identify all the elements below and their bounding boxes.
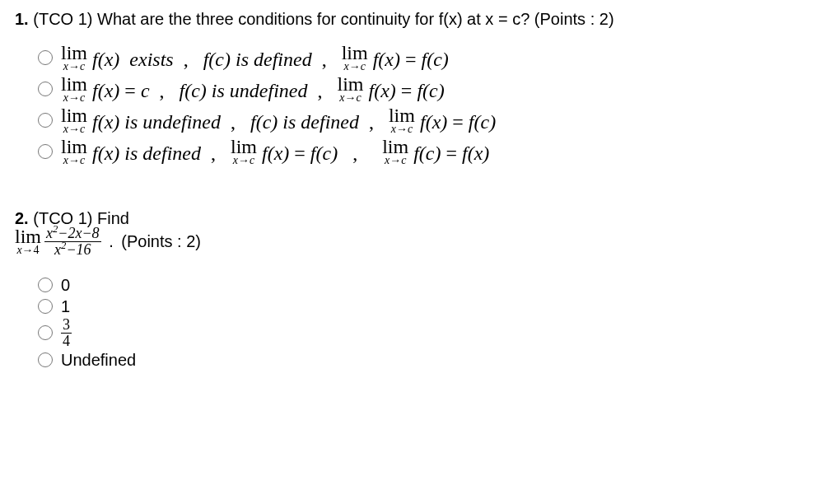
q2-option-d[interactable]: Undefined xyxy=(38,349,820,371)
radio-input[interactable] xyxy=(38,299,53,314)
radio-input[interactable] xyxy=(38,352,53,367)
q2-number: 2. xyxy=(15,209,29,227)
radio-input[interactable] xyxy=(38,50,53,65)
q2-expression: limx→4 x2−2x−8 x2−16 . (Points : 2) xyxy=(15,226,820,258)
option-math: limx→c f(x) = c , f(c) is undefined , li… xyxy=(61,74,445,104)
q2-options: 0 1 3 4 Undefined xyxy=(15,274,820,371)
q1-tag: (TCO 1) xyxy=(33,10,92,28)
option-math: limx→c f(x) is undefined , f(c) is defin… xyxy=(61,105,496,135)
option-label: 1 xyxy=(61,296,70,317)
option-math: limx→c f(x) is defined , limx→c f(x) = f… xyxy=(61,137,489,166)
q2-find: Find xyxy=(97,209,129,227)
q1-prompt: 1. (TCO 1) What are the three conditions… xyxy=(15,8,820,30)
radio-input[interactable] xyxy=(38,113,53,128)
q1-prompt-text: What are the three conditions for contin… xyxy=(97,10,529,28)
q1-points: (Points : 2) xyxy=(534,10,614,28)
q2-points: (Points : 2) xyxy=(121,231,201,252)
question-2: 2. (TCO 1) Find limx→4 x2−2x−8 x2−16 . (… xyxy=(15,208,820,371)
q1-number: 1. xyxy=(15,10,29,28)
option-label: Undefined xyxy=(61,349,136,371)
q1-option-c[interactable]: limx→c f(x) is undefined , f(c) is defin… xyxy=(38,105,820,135)
q2-option-a[interactable]: 0 xyxy=(38,274,820,296)
question-1: 1. (TCO 1) What are the three conditions… xyxy=(15,8,820,166)
q2-option-b[interactable]: 1 xyxy=(38,296,820,317)
q1-option-a[interactable]: limx→c f(x) exists , f(c) is defined , l… xyxy=(38,43,820,72)
radio-input[interactable] xyxy=(38,325,53,340)
option-fraction: 3 4 xyxy=(61,317,72,349)
q2-dot: . xyxy=(105,231,119,252)
radio-input[interactable] xyxy=(38,144,53,159)
q1-option-b[interactable]: limx→c f(x) = c , f(c) is undefined , li… xyxy=(38,74,820,104)
option-math: limx→c f(x) exists , f(c) is defined , l… xyxy=(61,43,449,72)
radio-input[interactable] xyxy=(38,82,53,96)
q2-fraction: x2−2x−8 x2−16 xyxy=(44,226,101,258)
q2-option-c[interactable]: 3 4 xyxy=(38,317,820,349)
option-label: 0 xyxy=(61,274,70,296)
radio-input[interactable] xyxy=(38,278,53,292)
q1-options: limx→c f(x) exists , f(c) is defined , l… xyxy=(15,43,820,166)
q1-option-d[interactable]: limx→c f(x) is defined , limx→c f(x) = f… xyxy=(38,137,820,166)
